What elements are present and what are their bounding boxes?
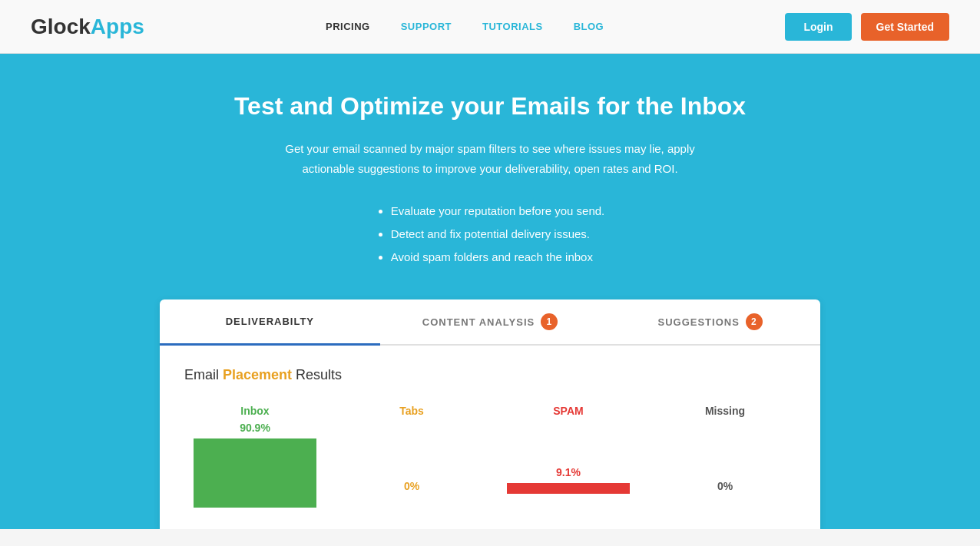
spam-bar-container — [498, 483, 639, 494]
panel-content: Email Placement Results Inbox 90.9% Tabs… — [160, 346, 820, 529]
placement-inbox: Inbox 90.9% — [184, 405, 326, 508]
header-buttons: Login Get Started — [785, 13, 949, 41]
nav-support[interactable]: SUPPORT — [401, 21, 452, 32]
missing-pct: 0% — [717, 480, 733, 492]
nav-pricing[interactable]: PRICING — [326, 21, 370, 32]
tabs-pct: 0% — [404, 480, 419, 492]
logo-apps: Apps — [91, 15, 144, 38]
placement-grid: Inbox 90.9% Tabs 0% SPAM 9.1% — [184, 405, 796, 508]
inbox-bar — [194, 438, 316, 508]
tabs-label: Tabs — [399, 405, 424, 417]
get-started-button[interactable]: Get Started — [861, 13, 949, 41]
tab-content-analysis-badge: 1 — [541, 313, 558, 330]
spam-label: SPAM — [553, 405, 583, 417]
spam-bar — [507, 483, 630, 494]
tab-suggestions-badge: 2 — [746, 313, 763, 330]
hero-bullets: Evaluate your reputation before you send… — [376, 200, 605, 269]
login-button[interactable]: Login — [785, 13, 851, 41]
tab-suggestions[interactable]: SUGGESTIONS 2 — [600, 299, 820, 344]
bullet-2: Detect and fix potential delivery issues… — [391, 223, 605, 246]
bullet-1: Evaluate your reputation before you send… — [391, 200, 605, 223]
header: GlockApps PRICING SUPPORT TUTORIALS BLOG… — [0, 0, 980, 54]
panel-tabs: DELIVERABILTY CONTENT ANALYSIS 1 SUGGEST… — [160, 299, 820, 346]
inbox-bar-container — [184, 438, 326, 508]
missing-label: Missing — [705, 405, 745, 417]
inbox-label: Inbox — [240, 405, 269, 417]
nav-tutorials[interactable]: TUTORIALS — [482, 21, 543, 32]
results-panel: DELIVERABILTY CONTENT ANALYSIS 1 SUGGEST… — [160, 299, 820, 529]
tab-content-analysis[interactable]: CONTENT ANALYSIS 1 — [380, 299, 601, 344]
logo-glock: Glock — [31, 15, 91, 38]
hero-section: Test and Optimize your Emails for the In… — [0, 54, 980, 529]
placement-spam: SPAM 9.1% — [498, 405, 639, 494]
section-title: Email Placement Results — [184, 367, 796, 383]
inbox-pct: 90.9% — [240, 422, 270, 434]
placement-tabs: Tabs 0% — [341, 405, 482, 492]
bullet-3: Avoid spam folders and reach the inbox — [391, 246, 605, 269]
spam-pct: 9.1% — [556, 466, 581, 478]
placement-missing: Missing 0% — [654, 405, 796, 492]
hero-title: Test and Optimize your Emails for the In… — [234, 92, 746, 121]
main-nav: PRICING SUPPORT TUTORIALS BLOG — [326, 21, 604, 32]
nav-blog[interactable]: BLOG — [574, 21, 604, 32]
hero-description: Get your email scanned by major spam fil… — [275, 139, 705, 178]
logo[interactable]: GlockApps — [31, 15, 144, 39]
tab-deliverability[interactable]: DELIVERABILTY — [160, 299, 380, 346]
